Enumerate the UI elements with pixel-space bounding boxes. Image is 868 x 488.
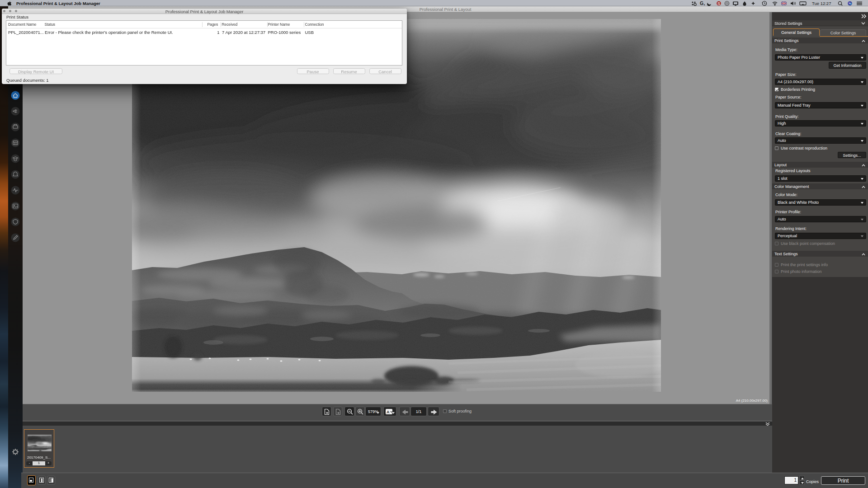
svg-text:S: S <box>717 1 720 6</box>
svg-text:G: G <box>700 1 703 6</box>
